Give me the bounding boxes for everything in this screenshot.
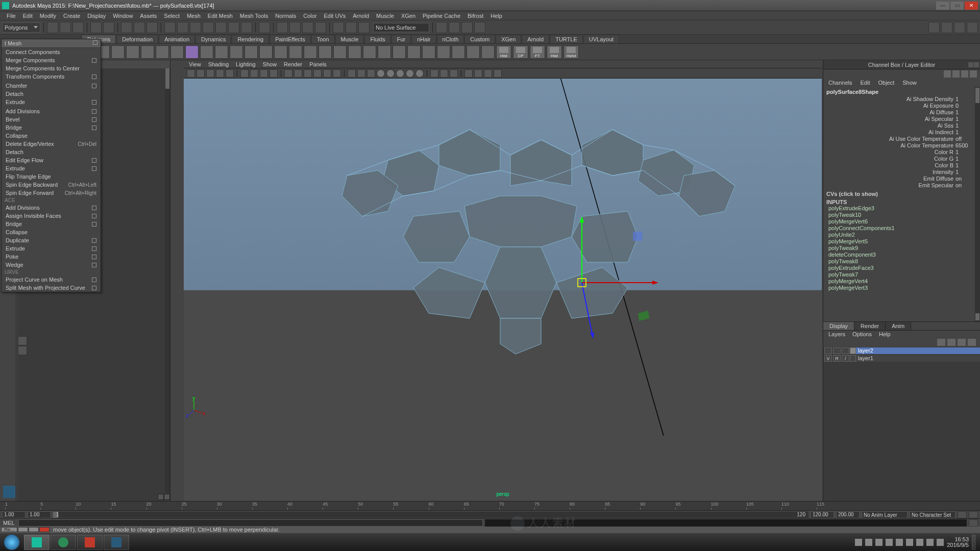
attr-row[interactable]: Color B1 bbox=[826, 162, 977, 169]
render-frame-icon[interactable] bbox=[333, 22, 344, 33]
range-end-field[interactable] bbox=[836, 511, 860, 518]
select-by-hierarchy-icon[interactable] bbox=[121, 22, 132, 33]
anim-layer-selector[interactable]: No Anim Layer bbox=[862, 511, 908, 518]
undo-icon[interactable] bbox=[90, 22, 102, 33]
shelf-icon-hist[interactable]: Hist bbox=[496, 45, 511, 59]
maximize-button[interactable]: ▭ bbox=[950, 2, 964, 10]
tray-icon[interactable] bbox=[937, 539, 944, 546]
shelf-tab-rendering[interactable]: Rendering bbox=[232, 35, 269, 43]
attr-row[interactable]: Ai Shadow Density1 bbox=[826, 96, 977, 103]
shelf-icon-cp[interactable]: CP bbox=[513, 45, 528, 59]
new-scene-icon[interactable] bbox=[47, 22, 58, 33]
layer-menu-help[interactable]: Help bbox=[879, 331, 891, 337]
input-node[interactable]: polyMergeVert6 bbox=[826, 218, 977, 225]
menu-item-split-mesh-with-projected-curve[interactable]: Split Mesh with Projected Curve bbox=[2, 284, 101, 292]
shelf-tab-toon[interactable]: Toon bbox=[311, 35, 335, 43]
shelf-icon[interactable] bbox=[126, 45, 139, 59]
cb-icon[interactable] bbox=[952, 70, 960, 78]
vp-tool-icon[interactable] bbox=[216, 69, 224, 78]
shelf-icon[interactable] bbox=[156, 45, 169, 59]
attr-row[interactable]: Ai Diffuse1 bbox=[826, 109, 977, 116]
snap-plane-icon[interactable] bbox=[203, 22, 214, 33]
sidebar-toggle3-icon[interactable] bbox=[954, 22, 965, 33]
input-node[interactable]: polyMergeVert3 bbox=[826, 285, 977, 291]
snap-point-icon[interactable] bbox=[190, 22, 201, 33]
vp-tool-icon[interactable] bbox=[357, 69, 365, 78]
shelf-icon[interactable] bbox=[393, 45, 406, 59]
vp-tool-icon[interactable] bbox=[386, 69, 395, 78]
shelf-icon[interactable] bbox=[422, 45, 435, 59]
vp-tool-icon[interactable] bbox=[396, 69, 404, 78]
snap-live-icon[interactable] bbox=[215, 22, 227, 33]
menu-help[interactable]: Help bbox=[487, 13, 506, 19]
sidebar-toggle4-icon[interactable] bbox=[967, 22, 978, 33]
menu-item-merge-components-to-center[interactable]: Merge Components to Center bbox=[2, 64, 101, 72]
menu-item-collapse[interactable]: Collapse bbox=[2, 228, 101, 236]
menu-item-wedge[interactable]: Wedge bbox=[2, 261, 101, 269]
playback-start-field[interactable] bbox=[28, 511, 51, 518]
vp-tool-icon[interactable] bbox=[406, 69, 414, 78]
vp-tool-icon[interactable] bbox=[348, 69, 356, 78]
menu-display[interactable]: Display bbox=[84, 13, 109, 19]
scroll-left-icon[interactable] bbox=[158, 494, 164, 500]
viewport-canvas[interactable]: y x z persp bbox=[184, 79, 822, 501]
menu-edit[interactable]: Edit bbox=[19, 13, 36, 19]
menu-item-add-divisions[interactable]: Add Divisions bbox=[2, 204, 101, 212]
menu-item-transform-components[interactable]: Transform Components bbox=[2, 72, 101, 81]
shelf-icon[interactable] bbox=[333, 45, 347, 59]
layer-tab-display[interactable]: Display bbox=[823, 322, 854, 330]
menu-create[interactable]: Create bbox=[60, 13, 84, 19]
select-by-component-icon[interactable] bbox=[146, 22, 158, 33]
menu-item-add-divisions[interactable]: Add Divisions bbox=[2, 107, 101, 115]
tray-icon[interactable] bbox=[865, 539, 872, 546]
layer-row[interactable]: layer2 bbox=[823, 347, 980, 355]
menu-item-bridge[interactable]: Bridge bbox=[2, 220, 101, 228]
layer-icon[interactable] bbox=[958, 339, 966, 346]
vp-tool-icon[interactable] bbox=[430, 69, 438, 78]
shelf-icon[interactable] bbox=[378, 45, 391, 59]
ipr-render-icon[interactable] bbox=[346, 22, 357, 33]
menu-window[interactable]: Window bbox=[109, 13, 136, 19]
layer-row[interactable]: VR/layer1 bbox=[823, 355, 980, 362]
shelf-icon[interactable] bbox=[170, 45, 184, 59]
taskbar-browser[interactable] bbox=[51, 535, 76, 550]
sidebar-toggle1-icon[interactable] bbox=[928, 22, 940, 33]
menu-modify[interactable]: Modify bbox=[36, 13, 60, 19]
vp-tool-icon[interactable] bbox=[474, 69, 482, 78]
layout-panel2-icon[interactable] bbox=[449, 22, 460, 33]
layer-icon[interactable] bbox=[947, 339, 955, 346]
menu-normals[interactable]: Normals bbox=[272, 13, 300, 19]
layer-icon[interactable] bbox=[937, 339, 945, 346]
tray-icon[interactable] bbox=[916, 539, 923, 546]
input-node[interactable]: polyTweak10 bbox=[826, 212, 977, 218]
panel-close-icon[interactable] bbox=[974, 62, 979, 67]
shelf-icon[interactable] bbox=[481, 45, 495, 59]
shelf-icon[interactable] bbox=[215, 45, 228, 59]
input-node[interactable]: deleteComponent3 bbox=[826, 252, 977, 258]
layout-panel1-icon[interactable] bbox=[436, 22, 447, 33]
menu-item-spin-edge-forward[interactable]: Spin Edge ForwardCtrl+Alt+Right bbox=[2, 189, 101, 197]
input-node[interactable]: polyMergeVert5 bbox=[826, 238, 977, 245]
menu-item-bridge[interactable]: Bridge bbox=[2, 123, 101, 132]
panel-tool-icon[interactable] bbox=[18, 336, 27, 345]
range-bar[interactable]: 1 120 bbox=[53, 512, 808, 518]
vp-tool-icon[interactable] bbox=[284, 69, 292, 78]
menu-item-merge-components[interactable]: Merge Components bbox=[2, 56, 101, 64]
shelf-icon[interactable] bbox=[141, 45, 154, 59]
menu-tear-off-icon[interactable] bbox=[93, 40, 97, 45]
vp-menu-shading[interactable]: Shading bbox=[208, 61, 229, 67]
vp-tool-icon[interactable] bbox=[187, 69, 195, 78]
cb-icon[interactable] bbox=[970, 70, 977, 78]
cvs-toggle[interactable]: CVs (click to show) bbox=[826, 191, 977, 197]
vp-tool-icon[interactable] bbox=[304, 69, 312, 78]
cb-menu-edit[interactable]: Edit bbox=[860, 80, 870, 86]
vp-tool-icon[interactable] bbox=[440, 69, 448, 78]
cb-menu-show[interactable]: Show bbox=[902, 80, 917, 86]
character-set-selector[interactable]: No Character Set bbox=[910, 511, 955, 518]
shelf-icon[interactable] bbox=[289, 45, 302, 59]
menu-item-detach[interactable]: Detach bbox=[2, 148, 101, 156]
vp-tool-icon[interactable] bbox=[333, 69, 341, 78]
layout-panel4-icon[interactable] bbox=[474, 22, 485, 33]
menu-assets[interactable]: Assets bbox=[136, 13, 160, 19]
open-scene-icon[interactable] bbox=[60, 22, 71, 33]
